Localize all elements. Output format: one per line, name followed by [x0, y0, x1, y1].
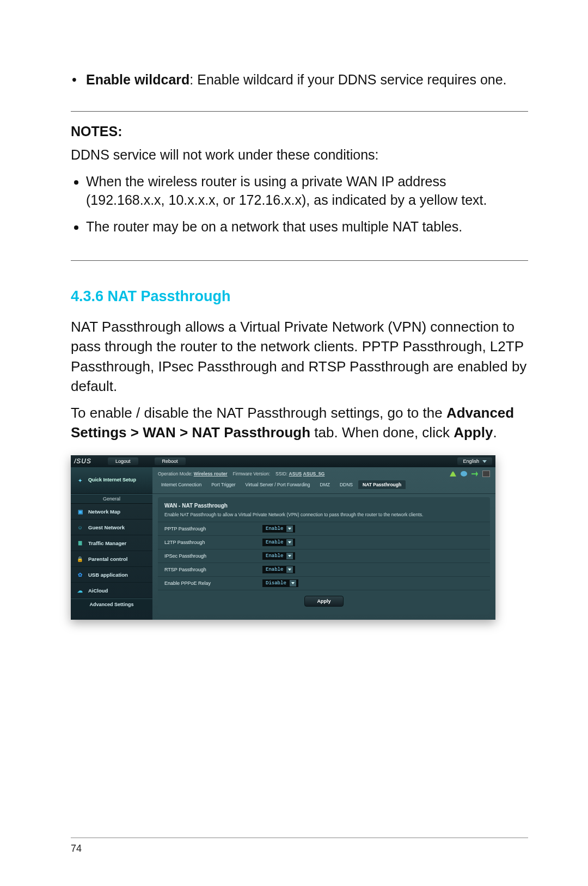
pppoe-relay-select[interactable]: Disable — [262, 579, 298, 587]
wand-icon: ✦ — [75, 475, 85, 485]
people-icon: ☺ — [76, 523, 84, 531]
bullet-rest: : Enable wildcard if your DDNS service r… — [189, 72, 506, 87]
cloud-icon: ☁ — [76, 586, 84, 594]
notes-intro: DDNS service will not work under these c… — [71, 147, 528, 163]
puzzle-icon: ✿ — [76, 571, 84, 578]
chevron-down-icon — [286, 539, 293, 546]
notes-list: When the wireless router is using a priv… — [71, 173, 528, 236]
client-icon[interactable] — [450, 471, 456, 476]
row-pppoe-relay: Enable PPPoE Relay Disable — [158, 577, 490, 590]
sidebar-item-aicloud[interactable]: ☁ AiCloud — [71, 583, 152, 598]
notes-title: NOTES: — [71, 124, 528, 139]
tab-internet-connection[interactable]: Internet Connection — [157, 480, 206, 489]
row-rtsp: RTSP Passthrough Enable — [158, 563, 490, 577]
network-icon: ▣ — [76, 508, 84, 515]
chart-icon: ≣ — [76, 539, 84, 547]
document-page: Enable wildcard: Enable wildcard if your… — [0, 0, 588, 886]
notes-box: NOTES: DDNS service will not work under … — [71, 111, 528, 261]
reboot-button[interactable]: Reboot — [155, 457, 186, 465]
apply-button[interactable]: Apply — [304, 596, 343, 607]
sidebar-section-advanced[interactable]: Advanced Settings — [71, 598, 152, 610]
status-icons — [450, 471, 490, 477]
panel-title: WAN - NAT Passthrough — [158, 502, 490, 512]
router-screenshot: /SUS Logout Reboot English ✦ Quick Inter… — [71, 455, 495, 620]
sidebar: ✦ Quick Internet Setup General ▣ Network… — [71, 467, 152, 620]
ssid-link[interactable]: ASUS_5G — [303, 471, 325, 476]
quick-setup-button[interactable]: ✦ Quick Internet Setup — [71, 467, 152, 494]
info-row: Operation Mode: Wireless router Firmware… — [152, 467, 495, 480]
brand-logo: /SUS — [74, 457, 91, 465]
footer-rule — [71, 838, 528, 838]
op-mode-link[interactable]: Wireless router — [194, 471, 228, 476]
sidebar-section-general: General — [71, 494, 152, 504]
internet-icon[interactable] — [461, 471, 467, 476]
notes-item: When the wireless router is using a priv… — [86, 173, 528, 210]
pptp-select[interactable]: Enable — [262, 525, 295, 533]
chevron-down-icon — [286, 553, 293, 559]
row-pptp: PPTP Passthrough Enable — [158, 522, 490, 536]
tab-ddns[interactable]: DDNS — [335, 480, 357, 489]
chevron-down-icon — [290, 580, 296, 586]
row-l2tp: L2TP Passthrough Enable — [158, 536, 490, 549]
usb-icon[interactable] — [471, 471, 478, 476]
tab-virtual-server[interactable]: Virtual Server / Port Forwarding — [241, 480, 315, 489]
notes-item: The router may be on a network that uses… — [86, 218, 528, 236]
panel-description: Enable NAT Passthrough to allow a Virtua… — [158, 512, 490, 522]
lock-icon: 🔒 — [76, 555, 84, 563]
nat-passthrough-panel: WAN - NAT Passthrough Enable NAT Passthr… — [158, 497, 490, 614]
rtsp-select[interactable]: Enable — [262, 566, 295, 573]
ipsec-select[interactable]: Enable — [262, 552, 295, 560]
sidebar-item-traffic-manager[interactable]: ≣ Traffic Manager — [71, 535, 152, 551]
chevron-down-icon — [286, 526, 293, 532]
sidebar-item-guest-network[interactable]: ☺ Guest Network — [71, 520, 152, 535]
main-panel: Operation Mode: Wireless router Firmware… — [152, 467, 495, 620]
chevron-down-icon — [482, 460, 487, 463]
tab-dmz[interactable]: DMZ — [316, 480, 334, 489]
bullet-strong: Enable wildcard — [86, 72, 189, 87]
tab-port-trigger[interactable]: Port Trigger — [207, 480, 240, 489]
storage-icon[interactable] — [482, 471, 490, 477]
language-select[interactable]: English — [457, 457, 492, 465]
wan-tabs: Internet Connection Port Trigger Virtual… — [152, 480, 495, 494]
section-paragraph: To enable / disable the NAT Passthrough … — [71, 403, 528, 443]
logout-button[interactable]: Logout — [108, 457, 138, 465]
page-number: 74 — [71, 843, 82, 854]
section-heading: 4.3.6 NAT Passthrough — [71, 288, 528, 305]
tab-nat-passthrough[interactable]: NAT Passthrough — [358, 480, 406, 489]
topbar: /SUS Logout Reboot English — [71, 455, 495, 467]
bullet-enable-wildcard: Enable wildcard: Enable wildcard if your… — [71, 71, 528, 89]
l2tp-select[interactable]: Enable — [262, 539, 295, 546]
row-ipsec: IPSec Passthrough Enable — [158, 549, 490, 563]
sidebar-item-parental-control[interactable]: 🔒 Parental control — [71, 551, 152, 567]
ssid-link[interactable]: ASUS — [289, 471, 302, 476]
section-paragraph: NAT Passthrough allows a Virtual Private… — [71, 317, 528, 396]
sidebar-item-usb-application[interactable]: ✿ USB application — [71, 567, 152, 583]
sidebar-item-network-map[interactable]: ▣ Network Map — [71, 504, 152, 520]
chevron-down-icon — [286, 566, 293, 573]
